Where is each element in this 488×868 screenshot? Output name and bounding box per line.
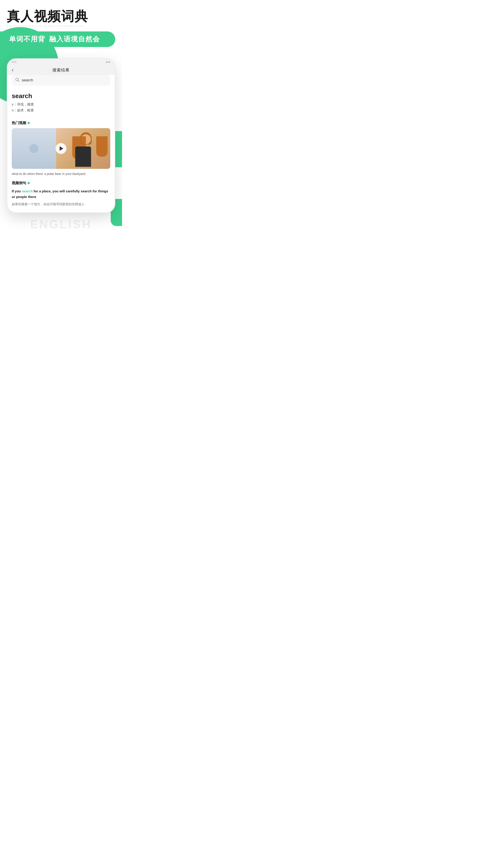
example-before: If you [12,189,22,193]
phone-status-bar: 9:41 ●●● [7,59,115,65]
example-title: 视频例句 [12,181,26,186]
definition-noun: n：追求，检查 [12,108,110,113]
page-wrapper: 真人视频词典 ENGLISHENGLISHENGLISHENGLISH 单词不用… [0,0,122,233]
definition-verb: v：寻找，搜查 [12,102,110,107]
phone-nav-bar: ‹ 搜索结果 [7,65,115,75]
example-highlight: search [22,189,33,193]
example-dot [28,182,30,184]
subtitle-text: 单词不用背 融入语境自然会 [9,35,100,43]
search-icon [15,78,20,83]
dict-entry: search v：寻找，搜查 n：追求，检查 [12,90,110,116]
play-icon [60,146,63,151]
bottom-watermark: ENGLISH [0,213,122,233]
hot-video-title: 热门视频 [12,121,26,125]
example-section-header: 视频例句 [12,181,110,186]
subtitle-part2: 融入语境自然会 [49,35,100,43]
english-watermark: ENGLISHENGLISHENGLISHENGLISH [7,24,115,28]
status-icons: ●●● [106,61,110,63]
header-section: 真人视频词典 ENGLISHENGLISHENGLISHENGLISH 单词不用… [0,0,122,52]
back-button[interactable]: ‹ [12,67,13,73]
search-input-value: search [22,78,33,83]
person-body [75,147,91,167]
status-time: 9:41 [12,61,17,63]
video-caption: what to do when there' a polar bear in y… [12,172,110,176]
phone-mockup: 9:41 ●●● ‹ 搜索结果 search [7,58,115,213]
video-thumbnail[interactable] [12,128,110,169]
person-hair-flow-right [96,136,107,157]
example-translation: 如果你搜索一个地方，你会仔细寻找那里的东西或人 [12,202,110,207]
hot-video-dot [28,122,30,124]
video-left-bg [12,128,56,169]
nav-title: 搜索结果 [53,67,70,73]
example-sentence: If you search for a place, you will care… [12,188,110,200]
word-title: search [12,92,110,100]
svg-line-1 [18,81,19,82]
phone-mockup-container: 9:41 ●●● ‹ 搜索结果 search [0,54,122,213]
subtitle-banner: 单词不用背 融入语境自然会 [0,31,115,47]
main-title: 真人视频词典 [7,9,115,24]
search-bar[interactable]: search [12,75,110,86]
phone-content: search search v：寻找，搜查 n：追求，检查 热门视频 [7,75,115,213]
play-button[interactable] [56,143,66,154]
hot-video-header: 热门视频 [12,121,110,125]
video-blur-element [29,144,38,153]
subtitle-part1: 单词不用背 [9,35,45,43]
